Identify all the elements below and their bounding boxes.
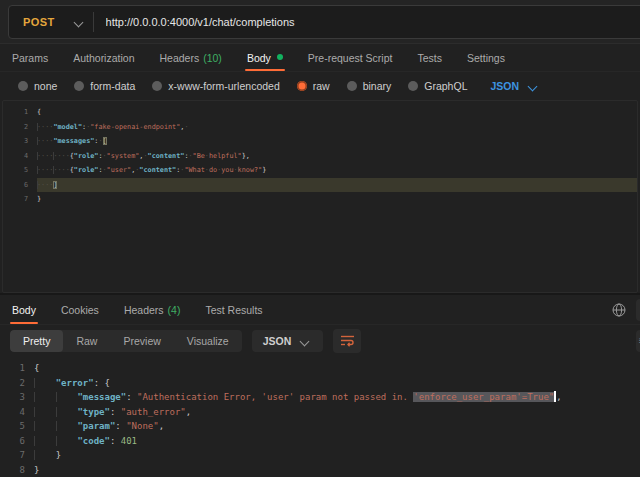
- code-token: ····: [53, 166, 69, 174]
- view-visualize[interactable]: Visualize: [174, 330, 242, 352]
- code-token: ····: [37, 123, 53, 131]
- code-token: ]: [53, 181, 57, 189]
- body-type-none[interactable]: none: [18, 80, 57, 92]
- active-tab-underline: [10, 322, 38, 324]
- code-line-3[interactable]: 3····"messages":·[: [3, 134, 637, 149]
- tab-test-results[interactable]: Test Results: [205, 295, 262, 324]
- code-token: }: [56, 450, 61, 460]
- tab-settings[interactable]: Settings: [467, 44, 505, 71]
- code-line-1[interactable]: 1{: [3, 105, 637, 120]
- line-number: 2: [0, 376, 34, 391]
- code-line-6[interactable]: 6 "code": 401: [0, 434, 640, 449]
- code-line-2[interactable]: 2 "error": {: [0, 376, 640, 391]
- view-preview[interactable]: Preview: [110, 330, 173, 352]
- code-token: ····: [53, 152, 69, 160]
- view-pretty[interactable]: Pretty: [10, 330, 63, 352]
- line-number: 5: [3, 163, 37, 178]
- code-line-7[interactable]: 7 }: [0, 448, 640, 463]
- body-format-label: JSON: [490, 80, 519, 92]
- code-token: ····: [37, 181, 53, 189]
- body-type-row: noneform-datax-www-form-urlencodedrawbin…: [0, 72, 640, 100]
- code-token: "type": [77, 407, 110, 417]
- code-token: "Authentication Error, 'user' param not …: [137, 392, 413, 402]
- code-token: "messages": [53, 137, 94, 145]
- radio-icon: [347, 81, 357, 91]
- code-token: ····: [37, 152, 53, 160]
- code-token: "fake-openai-endpoint": [90, 123, 180, 131]
- code-text: "type": "auth_error",: [34, 405, 640, 420]
- tab-label: Test Results: [205, 304, 262, 316]
- tab-pre-request-script[interactable]: Pre-request Script: [308, 44, 393, 71]
- code-token: ····: [37, 137, 53, 145]
- code-line-1[interactable]: 1{: [0, 361, 640, 376]
- wrap-text-button[interactable]: [333, 329, 361, 353]
- url-input[interactable]: [94, 15, 640, 29]
- clipped-tab-button[interactable]: ⋮: [636, 299, 640, 321]
- body-type-binary[interactable]: binary: [347, 80, 392, 92]
- tab-label: Cookies: [61, 304, 99, 316]
- line-number: 2: [3, 120, 37, 135]
- tab-params[interactable]: Params: [12, 44, 48, 71]
- code-token: "model": [53, 123, 82, 131]
- code-line-4[interactable]: 4 "type": "auth_error",: [0, 405, 640, 420]
- body-type-raw[interactable]: raw: [297, 80, 330, 92]
- radio-label: binary: [363, 80, 392, 92]
- tab-label: Headers: [124, 304, 164, 316]
- tab-count-badge: (10): [203, 52, 222, 64]
- code-token: {: [34, 363, 39, 373]
- code-line-5[interactable]: 5 "param": "None",: [0, 419, 640, 434]
- response-toolbar: PrettyRawPreviewVisualize JSON ≡: [0, 325, 640, 356]
- chevron-down-icon: [529, 82, 537, 90]
- code-token: "content": [148, 152, 185, 160]
- code-text: "message": "Authentication Error, 'user'…: [34, 390, 640, 405]
- method-selector[interactable]: POST: [9, 16, 65, 28]
- radio-label: form-data: [90, 80, 135, 92]
- code-line-2[interactable]: 2····"model":·"fake-openai-endpoint",·: [3, 120, 637, 135]
- code-text: }: [34, 448, 640, 463]
- code-line-6[interactable]: 6····]: [3, 178, 637, 193]
- line-number: 1: [0, 361, 34, 376]
- text-wrap-icon: [340, 334, 355, 347]
- tab-label: Pre-request Script: [308, 52, 393, 64]
- radio-icon: [297, 81, 307, 91]
- code-token: [34, 421, 56, 431]
- tab-label: Authorization: [73, 52, 134, 64]
- code-line-8[interactable]: 8}: [0, 463, 640, 477]
- body-type-graphql[interactable]: GraphQL: [408, 80, 467, 92]
- response-body[interactable]: 1{2 "error": {3 "message": "Authenticati…: [0, 356, 640, 477]
- code-line-4[interactable]: 4········{"role":·"system",·"content":·"…: [3, 149, 637, 164]
- tab-label: Params: [12, 52, 48, 64]
- code-token: },: [242, 152, 250, 160]
- code-token: 'enforce_user_param'=True": [413, 392, 554, 402]
- clipped-toolbar-button[interactable]: ≡: [636, 330, 640, 352]
- tab-label: Tests: [417, 52, 442, 64]
- view-raw[interactable]: Raw: [63, 330, 110, 352]
- code-text: ····]: [37, 178, 637, 193]
- code-token: "Be·helpful": [193, 152, 242, 160]
- tab-cookies[interactable]: Cookies: [61, 295, 99, 324]
- tab-headers[interactable]: Headers(10): [159, 44, 221, 71]
- code-line-7[interactable]: 7}: [3, 192, 637, 207]
- chevron-down-icon[interactable]: [75, 18, 83, 26]
- tab-tests[interactable]: Tests: [417, 44, 442, 71]
- code-token: [34, 407, 56, 417]
- globe-button[interactable]: [612, 303, 626, 317]
- tab-body[interactable]: Body: [247, 44, 283, 71]
- code-text: "code": 401: [34, 434, 640, 449]
- request-body-editor[interactable]: 1{2····"model":·"fake-openai-endpoint",·…: [2, 100, 638, 293]
- tab-headers[interactable]: Headers(4): [124, 295, 181, 324]
- active-tab-underline: [245, 69, 285, 71]
- code-line-5[interactable]: 5········{"role":·"user",·"content":·"Wh…: [3, 163, 637, 178]
- body-type-form-data[interactable]: form-data: [74, 80, 135, 92]
- code-token: "user": [107, 166, 132, 174]
- body-format-select[interactable]: JSON: [490, 80, 547, 92]
- request-tabs: ParamsAuthorizationHeaders(10)BodyPre-re…: [0, 44, 640, 72]
- line-number: 4: [0, 405, 34, 420]
- line-number: 6: [0, 434, 34, 449]
- body-type-x-www-form-urlencoded[interactable]: x-www-form-urlencoded: [152, 80, 279, 92]
- tab-authorization[interactable]: Authorization: [73, 44, 134, 71]
- code-text: "param": "None",: [34, 419, 640, 434]
- code-line-3[interactable]: 3 "message": "Authentication Error, 'use…: [0, 390, 640, 405]
- response-format-select[interactable]: JSON: [252, 330, 324, 352]
- tab-body[interactable]: Body: [12, 295, 36, 324]
